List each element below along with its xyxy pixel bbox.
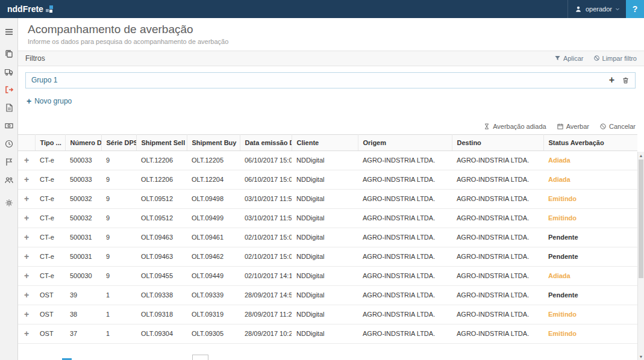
- table-cell-origem: AGRO-INDSTRIA LTDA.: [358, 305, 452, 324]
- table-cell-shipment_sell: OLT.12206: [136, 151, 187, 170]
- row-expand-icon[interactable]: +: [24, 290, 29, 300]
- table-row[interactable]: +CT-e5000339OLT.12206OLT.1220406/10/2017…: [18, 170, 637, 189]
- filter-group-actions: +: [609, 75, 630, 85]
- table-cell-destino: AGRO-INDSTRIA LTDA.: [452, 247, 543, 266]
- expand-cell: +: [18, 305, 35, 324]
- row-expand-icon[interactable]: +: [24, 329, 29, 338]
- expand-cell: +: [18, 208, 35, 228]
- table-row[interactable]: +OST381OLT.09318OLT.0931928/09/2017 11:2…: [18, 305, 637, 324]
- row-expand-icon[interactable]: +: [24, 252, 29, 261]
- table-cell-tipo: CT-e: [35, 208, 65, 228]
- row-expand-icon[interactable]: +: [24, 309, 29, 319]
- table-cell-tipo: CT-e: [35, 151, 65, 170]
- table-cell-shipment_sell: OLT.09463: [136, 228, 187, 247]
- table-row[interactable]: +OST371OLT.09304OLT.0930528/09/2017 10:2…: [18, 324, 637, 343]
- expand-cell: +: [18, 324, 35, 343]
- new-group-button[interactable]: + Novo grupo: [27, 97, 72, 105]
- cancel-label: Cancelar: [609, 123, 636, 130]
- add-filter-condition-button[interactable]: +: [609, 75, 614, 85]
- table-cell-data_emissao: 02/10/2017 15:01: [240, 247, 292, 266]
- row-expand-icon[interactable]: +: [24, 232, 29, 242]
- table-cell-destino: AGRO-INDSTRIA LTDA.: [452, 324, 543, 343]
- column-header-shipment-buy[interactable]: Shipment Buy: [187, 134, 240, 151]
- table-cell-cliente: NDDigital: [292, 228, 358, 247]
- table-cell-shipment_sell: OLT.09318: [136, 305, 187, 324]
- apply-filter-button[interactable]: Aplicar: [554, 55, 584, 62]
- sidebar-item-payments[interactable]: [0, 117, 18, 135]
- endorse-button[interactable]: Averbar: [557, 122, 589, 131]
- help-button[interactable]: ?: [626, 0, 644, 18]
- brand-logo: nddFrete: [0, 4, 53, 14]
- sidebar-item-documents[interactable]: [0, 99, 18, 117]
- vertical-scrollbar[interactable]: ▲ ▼: [637, 152, 644, 360]
- table-row[interactable]: +CT-e5000329OLT.09512OLT.0949803/10/2017…: [18, 189, 637, 208]
- table-cell-serie: 1: [101, 305, 136, 324]
- status-badge: Pendente: [543, 228, 637, 247]
- scroll-up-arrow[interactable]: ▲: [638, 152, 644, 159]
- topbar: nddFrete operador ?: [0, 0, 644, 18]
- sidebar-item-endorsement[interactable]: [0, 81, 18, 99]
- table-cell-shipment_buy: OLT.12205: [187, 151, 240, 170]
- table-cell-origem: AGRO-INDSTRIA LTDA.: [358, 170, 452, 189]
- table-row[interactable]: +OST391OLT.09338OLT.0933928/09/2017 14:5…: [18, 285, 637, 305]
- table-cell-destino: AGRO-INDSTRIA LTDA.: [452, 189, 543, 208]
- scrollbar-thumb[interactable]: [639, 160, 643, 278]
- postpone-endorsement-button[interactable]: Averbação adiada: [483, 122, 546, 131]
- sidebar-item-menu[interactable]: [0, 23, 18, 41]
- table-cell-tipo: OST: [35, 305, 65, 324]
- table-row[interactable]: +CT-e5000329OLT.09512OLT.0949903/10/2017…: [18, 208, 637, 228]
- column-header-shipment-sell[interactable]: Shipment Sell: [136, 134, 187, 151]
- column-header-tipo[interactable]: Tipo ...: [35, 134, 65, 151]
- table-cell-shipment_sell: OLT.09512: [136, 208, 187, 228]
- column-header-serie-dps[interactable]: Série DPS: [101, 134, 136, 151]
- table-cell-origem: AGRO-INDSTRIA LTDA.: [358, 324, 452, 343]
- column-header-cliente[interactable]: Cliente: [292, 134, 358, 151]
- row-expand-icon[interactable]: +: [24, 271, 29, 281]
- row-expand-icon[interactable]: +: [24, 194, 29, 203]
- table-row[interactable]: +CT-e5000339OLT.12206OLT.1220506/10/2017…: [18, 151, 637, 170]
- sidebar-item-users[interactable]: [0, 171, 18, 189]
- grid-actions: Averbação adiada Averbar Cancelar: [18, 122, 636, 131]
- column-header-status[interactable]: Status Averbação: [543, 134, 637, 151]
- table-cell-shipment_buy: OLT.09498: [187, 189, 240, 208]
- sidebar: [0, 18, 18, 360]
- table-cell-numero: 39: [65, 285, 101, 305]
- sidebar-item-flags[interactable]: [0, 153, 18, 171]
- menu-icon: [4, 27, 14, 37]
- scroll-down-arrow[interactable]: ▼: [638, 353, 644, 360]
- table-cell-cliente: NDDigital: [292, 305, 358, 324]
- delete-group-button[interactable]: [622, 76, 630, 84]
- table-cell-numero: 500031: [65, 228, 101, 247]
- table-cell-shipment_sell: OLT.09455: [136, 266, 187, 285]
- status-badge: Emitindo: [543, 305, 637, 324]
- table-cell-serie: 9: [101, 247, 136, 266]
- clear-filter-button[interactable]: Limpar filtro: [593, 55, 637, 62]
- sidebar-item-copy[interactable]: [0, 45, 18, 63]
- status-badge: Pendente: [543, 285, 637, 305]
- column-header-destino[interactable]: Destino: [452, 134, 543, 151]
- column-header-data-emissao[interactable]: Data emissão DPS: [240, 134, 292, 151]
- sidebar-item-freight[interactable]: [0, 63, 18, 81]
- expand-column-header: [18, 134, 35, 151]
- table-cell-shipment_buy: OLT.09305: [187, 324, 240, 343]
- table-row[interactable]: +CT-e5000309OLT.09455OLT.0944902/10/2017…: [18, 266, 637, 285]
- table-row[interactable]: +CT-e5000319OLT.09463OLT.0946102/10/2017…: [18, 228, 637, 247]
- table-row[interactable]: +CT-e5000319OLT.09463OLT.0946202/10/2017…: [18, 247, 637, 266]
- row-expand-icon[interactable]: +: [24, 155, 29, 165]
- table-cell-tipo: CT-e: [35, 189, 65, 208]
- page-size-dropdown[interactable]: [192, 355, 208, 360]
- table-cell-shipment_buy: OLT.09339: [187, 285, 240, 305]
- table-cell-origem: AGRO-INDSTRIA LTDA.: [358, 228, 452, 247]
- sidebar-item-settings[interactable]: [0, 194, 18, 212]
- user-menu[interactable]: operador: [567, 0, 626, 18]
- column-header-origem[interactable]: Origem: [358, 134, 452, 151]
- table-cell-cliente: NDDigital: [292, 324, 358, 343]
- column-header-numero-dps[interactable]: Número DPS: [65, 134, 101, 151]
- cancel-button[interactable]: Cancelar: [599, 122, 636, 131]
- filter-group-panel[interactable]: Grupo 1 +: [25, 72, 636, 88]
- row-expand-icon[interactable]: +: [24, 175, 29, 184]
- table-cell-numero: 38: [65, 305, 101, 324]
- sidebar-item-history[interactable]: [0, 135, 18, 153]
- row-expand-icon[interactable]: +: [24, 213, 29, 223]
- table-cell-origem: AGRO-INDSTRIA LTDA.: [358, 266, 452, 285]
